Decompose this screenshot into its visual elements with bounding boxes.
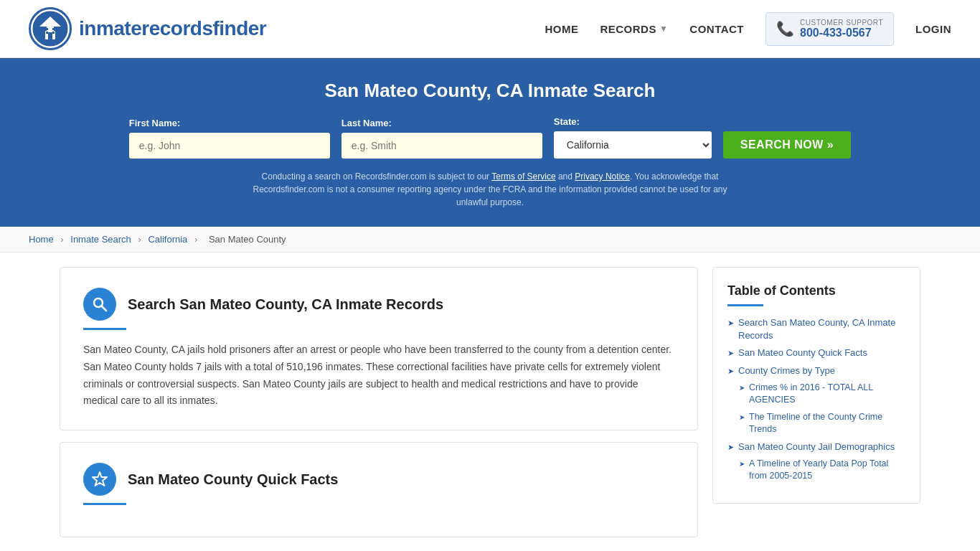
toc-link[interactable]: ➤San Mateo County Quick Facts [727, 347, 905, 359]
toc-list: ➤Search San Mateo County, CA Inmate Reco… [727, 316, 905, 483]
nav-contact[interactable]: CONTACT [689, 23, 744, 35]
nav-records-label: RECORDS [600, 23, 656, 35]
toc-link[interactable]: ➤The Timeline of the County Crime Trends [727, 411, 905, 436]
toc-item: ➤San Mateo County Quick Facts [727, 347, 905, 359]
login-button[interactable]: LOGIN [915, 23, 951, 35]
chevron-right-icon: ➤ [727, 366, 734, 377]
logo-normal: inmaterecords [79, 17, 212, 39]
section1-header: Search San Mateo County, CA Inmate Recor… [83, 288, 674, 321]
disclaimer-text: Conducting a search on Recordsfinder.com… [239, 170, 741, 209]
nav-records[interactable]: RECORDS ▼ [600, 23, 668, 35]
first-name-group: First Name: [129, 118, 330, 159]
first-name-input[interactable] [129, 133, 330, 159]
logo-area: inmaterecordsfinder [29, 7, 266, 50]
toc-title: Table of Contents [727, 283, 905, 298]
section2-card: San Mateo County Quick Facts [60, 442, 698, 537]
breadcrumb-california[interactable]: California [148, 234, 187, 245]
toc-item: ➤Crimes % in 2016 - TOTAL ALL AGENCIES [727, 382, 905, 407]
site-header: inmaterecordsfinder HOME RECORDS ▼ CONTA… [0, 0, 980, 58]
logo-icon [29, 7, 72, 50]
last-name-input[interactable] [341, 133, 542, 159]
section1-card: Search San Mateo County, CA Inmate Recor… [60, 267, 698, 430]
support-label: CUSTOMER SUPPORT [800, 19, 883, 27]
toc-divider [727, 304, 763, 306]
hero-title: San Mateo County, CA Inmate Search [29, 80, 951, 102]
chevron-right-icon: ➤ [727, 348, 734, 359]
support-box[interactable]: 📞 CUSTOMER SUPPORT 800-433-0567 [765, 12, 894, 46]
svg-rect-5 [46, 28, 48, 30]
svg-marker-11 [93, 472, 107, 486]
section2-divider [83, 503, 126, 505]
last-name-group: Last Name: [341, 118, 542, 159]
toc-card: Table of Contents ➤Search San Mateo Coun… [712, 267, 920, 504]
last-name-label: Last Name: [341, 118, 542, 128]
search-form: First Name: Last Name: State: AlabamaAla… [29, 116, 951, 159]
main-content: Search San Mateo County, CA Inmate Recor… [31, 253, 949, 551]
section1-text: San Mateo County, CA jails hold prisoner… [83, 342, 674, 410]
chevron-right-icon: ➤ [739, 383, 745, 393]
logo-text: inmaterecordsfinder [79, 17, 266, 40]
facts-section-icon [83, 463, 116, 496]
toc-link[interactable]: ➤Crimes % in 2016 - TOTAL ALL AGENCIES [727, 382, 905, 407]
svg-rect-6 [52, 28, 55, 30]
breadcrumb-home[interactable]: Home [29, 234, 54, 245]
state-group: State: AlabamaAlaskaArizonaArkansasCalif… [554, 116, 712, 159]
search-section-icon [83, 288, 116, 321]
svg-line-10 [102, 306, 106, 311]
toc-item: ➤A Timeline of Yearly Data Pop Total fro… [727, 458, 905, 483]
chevron-right-icon: ➤ [739, 413, 745, 423]
toc-item: ➤County Crimes by Type [727, 364, 905, 377]
logo-bold: finder [212, 17, 266, 39]
state-label: State: [554, 116, 712, 127]
chevron-down-icon: ▼ [659, 24, 668, 34]
chevron-right-icon: ➤ [727, 318, 734, 329]
toc-link[interactable]: ➤Search San Mateo County, CA Inmate Reco… [727, 316, 905, 342]
breadcrumb-sep2: › [138, 234, 141, 245]
section1-title: Search San Mateo County, CA Inmate Recor… [128, 296, 443, 313]
support-number: 800-433-0567 [800, 27, 883, 39]
toc-link[interactable]: ➤A Timeline of Yearly Data Pop Total fro… [727, 458, 905, 483]
content-left: Search San Mateo County, CA Inmate Recor… [60, 267, 698, 549]
chevron-right-icon: ➤ [727, 442, 734, 453]
main-nav: HOME RECORDS ▼ CONTACT 📞 CUSTOMER SUPPOR… [545, 12, 951, 46]
svg-rect-7 [46, 32, 48, 34]
state-select[interactable]: AlabamaAlaskaArizonaArkansasCaliforniaCo… [554, 131, 712, 159]
breadcrumb-sep1: › [60, 234, 63, 245]
breadcrumb: Home › Inmate Search › California › San … [0, 227, 980, 253]
toc-item: ➤San Mateo County Jail Demographics [727, 441, 905, 453]
toc-item: ➤The Timeline of the County Crime Trends [727, 411, 905, 436]
privacy-link[interactable]: Privacy Notice [575, 171, 630, 182]
chevron-right-icon: ➤ [739, 459, 745, 469]
toc-link[interactable]: ➤San Mateo County Jail Demographics [727, 441, 905, 453]
breadcrumb-inmate-search[interactable]: Inmate Search [70, 234, 131, 245]
hero-section: San Mateo County, CA Inmate Search First… [0, 58, 980, 227]
support-text: CUSTOMER SUPPORT 800-433-0567 [800, 19, 883, 39]
breadcrumb-current: San Mateo County [209, 234, 286, 245]
tos-link[interactable]: Terms of Service [491, 171, 555, 182]
toc-item: ➤Search San Mateo County, CA Inmate Reco… [727, 316, 905, 342]
svg-rect-8 [52, 32, 55, 34]
section2-title: San Mateo County Quick Facts [128, 471, 338, 488]
search-button[interactable]: SEARCH NOW » [723, 131, 851, 159]
toc-link[interactable]: ➤County Crimes by Type [727, 364, 905, 377]
breadcrumb-sep3: › [194, 234, 197, 245]
headset-icon: 📞 [776, 20, 794, 37]
sidebar: Table of Contents ➤Search San Mateo Coun… [712, 267, 920, 549]
nav-home[interactable]: HOME [545, 23, 578, 35]
section2-header: San Mateo County Quick Facts [83, 463, 674, 496]
svg-rect-4 [48, 32, 52, 39]
section1-divider [83, 328, 126, 330]
first-name-label: First Name: [129, 118, 330, 128]
